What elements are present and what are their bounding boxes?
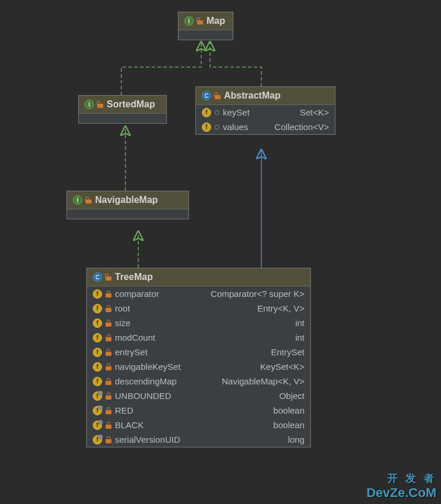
class-name: SortedMap — [107, 99, 155, 110]
member-name: entrySet — [115, 347, 148, 357]
member-type: int — [295, 318, 304, 328]
private-lock-icon — [106, 320, 111, 327]
class-name: AbstractMap — [224, 90, 281, 101]
watermark-line2: DevZe.CoM — [366, 485, 436, 501]
interface-icon: I — [73, 195, 82, 205]
member-name: navigableKeySet — [115, 362, 181, 372]
class-icon: C — [93, 272, 102, 282]
field-icon: f — [202, 108, 211, 117]
member-row: fserialVersionUIDlong — [87, 432, 310, 447]
lock-icon — [86, 197, 92, 204]
class-header: I NavigableMap — [67, 191, 188, 209]
lock-icon — [106, 274, 111, 281]
class-box-abstractmap: C AbstractMap fkeySetSet<K>fvaluesCollec… — [195, 86, 335, 135]
private-lock-icon — [106, 290, 111, 298]
member-type: Object — [279, 391, 304, 401]
interface-icon: I — [184, 16, 194, 26]
private-lock-icon — [106, 436, 111, 443]
lock-icon — [97, 101, 103, 108]
member-type: long — [288, 435, 304, 444]
watermark-line1: 开 发 者 — [366, 471, 436, 485]
member-row: frootEntry<K, V> — [87, 301, 310, 316]
private-lock-icon — [106, 407, 111, 414]
class-box-treemap: C TreeMap fcomparatorComparator<? super … — [86, 268, 311, 447]
field-icon: f — [93, 391, 102, 401]
class-header: I Map — [178, 12, 233, 30]
private-lock-icon — [106, 305, 111, 312]
member-name: comparator — [115, 289, 159, 299]
private-lock-icon — [106, 334, 111, 341]
member-name: descendingMap — [115, 376, 177, 386]
field-icon: f — [93, 362, 102, 372]
private-lock-icon — [106, 393, 111, 400]
member-row: fentrySetEntrySet — [87, 345, 310, 359]
private-lock-icon — [106, 378, 111, 385]
member-row: fmodCountint — [87, 330, 310, 345]
class-body — [79, 114, 166, 123]
member-name: serialVersionUID — [115, 435, 180, 444]
class-body — [178, 30, 233, 40]
member-row: fsizeint — [87, 316, 310, 330]
member-type: boolean — [274, 405, 304, 415]
class-header: C TreeMap — [87, 268, 310, 286]
field-icon: f — [93, 348, 102, 357]
lock-icon — [215, 92, 220, 99]
member-row: fUNBOUNDEDObject — [87, 388, 310, 403]
member-name: root — [115, 303, 130, 313]
class-name: NavigableMap — [95, 195, 158, 205]
member-row: fREDboolean — [87, 403, 310, 418]
watermark: 开 发 者 DevZe.CoM — [366, 471, 436, 501]
member-type: KeySet<K> — [260, 362, 304, 372]
member-name: size — [115, 318, 131, 328]
field-icon: f — [93, 435, 102, 444]
class-box-map: I Map — [178, 12, 233, 40]
field-icon: f — [93, 333, 102, 342]
member-row: fdescendingMapNavigableMap<K, V> — [87, 374, 310, 388]
private-lock-icon — [106, 422, 111, 429]
member-name: UNBOUNDED — [115, 391, 172, 401]
member-type: Collection<V> — [275, 122, 329, 132]
member-name: keySet — [223, 107, 250, 117]
member-row: fnavigableKeySetKeySet<K> — [87, 359, 310, 374]
abstract-class-icon: C — [202, 91, 211, 100]
member-row: fkeySetSet<K> — [196, 105, 335, 120]
field-icon: f — [93, 406, 102, 415]
member-row: fvaluesCollection<V> — [196, 120, 335, 134]
class-body — [67, 209, 188, 219]
class-box-navigablemap: I NavigableMap — [66, 191, 189, 219]
member-row: fcomparatorComparator<? super K> — [87, 286, 310, 301]
member-row: fBLACKboolean — [87, 418, 310, 432]
class-body: fkeySetSet<K>fvaluesCollection<V> — [196, 105, 335, 134]
field-icon: f — [93, 289, 102, 299]
field-icon: f — [202, 123, 211, 132]
member-name: RED — [115, 405, 134, 415]
class-box-sortedmap: I SortedMap — [78, 95, 167, 124]
class-header: I SortedMap — [79, 96, 166, 114]
package-visibility-icon — [215, 110, 219, 115]
member-type: Entry<K, V> — [257, 303, 304, 313]
field-icon: f — [93, 304, 102, 313]
package-visibility-icon — [215, 125, 219, 130]
class-name: TreeMap — [115, 272, 153, 282]
lock-icon — [197, 18, 203, 24]
interface-icon: I — [85, 100, 94, 109]
private-lock-icon — [106, 363, 111, 370]
member-type: EntrySet — [271, 347, 304, 357]
private-lock-icon — [106, 349, 111, 356]
member-type: int — [295, 332, 304, 342]
field-icon: f — [93, 377, 102, 386]
class-name: Map — [206, 16, 225, 26]
class-body: fcomparatorComparator<? super K>frootEnt… — [87, 286, 310, 447]
member-name: values — [223, 122, 248, 132]
member-type: NavigableMap<K, V> — [222, 376, 304, 386]
member-type: Set<K> — [300, 107, 329, 117]
field-icon: f — [93, 421, 102, 430]
member-type: boolean — [274, 420, 304, 430]
field-icon: f — [93, 318, 102, 328]
class-header: C AbstractMap — [196, 87, 335, 105]
member-name: BLACK — [115, 420, 144, 430]
member-name: modCount — [115, 332, 155, 342]
member-type: Comparator<? super K> — [211, 289, 304, 299]
